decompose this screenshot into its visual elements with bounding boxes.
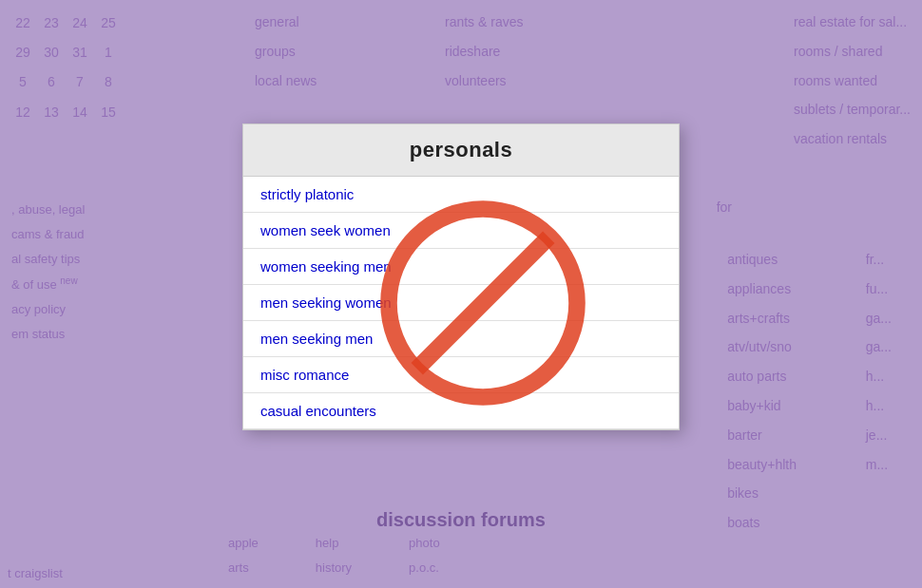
background-for-text: for [717, 199, 732, 215]
bg-center-link: local news [255, 66, 317, 96]
link-strictly-platonic[interactable]: strictly platonic [243, 177, 679, 213]
bg-left-link: & of use new [11, 272, 85, 297]
modal-header: personals [243, 124, 679, 177]
bg-left-link: acy policy [11, 297, 85, 322]
bg-right-link: rooms / shared [794, 37, 911, 66]
link-men-seeking-men[interactable]: men seeking men [243, 321, 679, 357]
bg-center-link: groups [255, 37, 317, 66]
bg-left-link: al safety tips [11, 247, 85, 272]
modal-box: personals strictly platonic women seek w… [242, 123, 680, 430]
bg-center-right-link: rideshare [445, 37, 523, 66]
background-left-links: , abuse, legal cams & fraud al safety ti… [0, 190, 96, 354]
background-craigslist-text: t craigslist [8, 566, 63, 580]
bg-left-link: , abuse, legal [11, 198, 85, 222]
modal-body: strictly platonic women seek women women… [243, 177, 679, 429]
bg-right-link: sublets / temporar... [794, 95, 911, 124]
link-women-seek-women[interactable]: women seek women [243, 213, 679, 249]
link-men-seeking-women[interactable]: men seeking women [243, 285, 679, 321]
link-misc-romance[interactable]: misc romance [243, 357, 679, 393]
personals-modal: personals strictly platonic women seek w… [242, 123, 680, 430]
background-center-right-links: rants & raves rideshare volunteers [437, 0, 530, 103]
background-bottom-links: apple arts help history photo p.o.c. [228, 531, 440, 588]
modal-title: personals [259, 138, 663, 162]
bg-left-link: em status [11, 322, 85, 347]
bg-left-link: cams & fraud [11, 222, 85, 247]
link-women-seeking-men[interactable]: women seeking men [243, 249, 679, 285]
bg-right-link: real estate for sal... [794, 8, 911, 37]
bg-center-right-link: rants & raves [445, 8, 523, 37]
link-casual-encounters[interactable]: casual encounters [243, 393, 679, 429]
background-far-right-links: antiques appliances arts+crafts atv/utv/… [716, 237, 808, 545]
background-calendar: 22232425 2930311 5678 12131415 [0, 0, 131, 136]
background-discussion-forums: discussion forums [376, 509, 546, 531]
background-center-top-links: general groups local news [247, 0, 324, 103]
bg-center-right-link: volunteers [445, 66, 523, 96]
background-right-links: real estate for sal... rooms / shared ro… [782, 0, 922, 161]
bg-right-link: rooms wanted [794, 66, 911, 96]
background-far-right-col2: fr... fu... ga... ga... h... h... je... … [855, 237, 903, 486]
bg-center-link: general [255, 8, 317, 37]
bg-right-link: vacation rentals [794, 124, 911, 154]
